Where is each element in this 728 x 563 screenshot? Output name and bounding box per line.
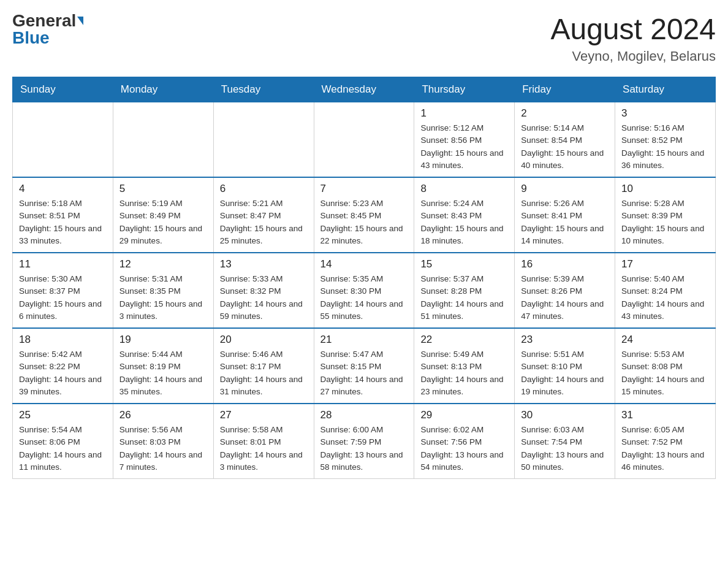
day-info: Sunrise: 5:58 AMSunset: 8:01 PMDaylight:… bbox=[220, 424, 308, 473]
table-row: 30Sunrise: 6:03 AMSunset: 7:54 PMDayligh… bbox=[515, 404, 615, 479]
table-row: 16Sunrise: 5:39 AMSunset: 8:26 PMDayligh… bbox=[515, 253, 615, 328]
table-row: 6Sunrise: 5:21 AMSunset: 8:47 PMDaylight… bbox=[213, 177, 314, 253]
day-info: Sunrise: 6:02 AMSunset: 7:56 PMDaylight:… bbox=[420, 424, 508, 473]
day-number: 29 bbox=[420, 409, 508, 421]
day-info: Sunrise: 5:47 AMSunset: 8:15 PMDaylight:… bbox=[320, 348, 408, 398]
day-info: Sunrise: 5:40 AMSunset: 8:24 PMDaylight:… bbox=[621, 273, 709, 323]
table-row: 1Sunrise: 5:12 AMSunset: 8:56 PMDaylight… bbox=[414, 102, 515, 178]
day-info: Sunrise: 5:28 AMSunset: 8:39 PMDaylight:… bbox=[621, 197, 709, 247]
day-info: Sunrise: 5:31 AMSunset: 8:35 PMDaylight:… bbox=[119, 273, 207, 323]
day-info: Sunrise: 5:44 AMSunset: 8:19 PMDaylight:… bbox=[119, 348, 207, 398]
day-info: Sunrise: 5:18 AMSunset: 8:51 PMDaylight:… bbox=[19, 197, 107, 247]
day-number: 7 bbox=[320, 183, 408, 195]
table-row: 2Sunrise: 5:14 AMSunset: 8:54 PMDaylight… bbox=[515, 102, 615, 178]
table-row: 3Sunrise: 5:16 AMSunset: 8:52 PMDaylight… bbox=[615, 102, 716, 178]
table-row: 8Sunrise: 5:24 AMSunset: 8:43 PMDaylight… bbox=[414, 177, 515, 253]
table-row: 27Sunrise: 5:58 AMSunset: 8:01 PMDayligh… bbox=[213, 404, 314, 479]
table-row: 13Sunrise: 5:33 AMSunset: 8:32 PMDayligh… bbox=[213, 253, 314, 328]
calendar-subtitle: Veyno, Mogilev, Belarus bbox=[550, 48, 716, 64]
day-number: 30 bbox=[521, 409, 609, 421]
day-info: Sunrise: 5:56 AMSunset: 8:03 PMDaylight:… bbox=[119, 424, 207, 473]
table-row bbox=[13, 102, 113, 178]
day-info: Sunrise: 5:16 AMSunset: 8:52 PMDaylight:… bbox=[621, 122, 709, 172]
table-row: 20Sunrise: 5:46 AMSunset: 8:17 PMDayligh… bbox=[213, 328, 314, 404]
day-number: 13 bbox=[220, 258, 308, 270]
day-number: 25 bbox=[19, 409, 107, 421]
table-row: 9Sunrise: 5:26 AMSunset: 8:41 PMDaylight… bbox=[515, 177, 615, 253]
day-info: Sunrise: 5:24 AMSunset: 8:43 PMDaylight:… bbox=[420, 197, 508, 247]
calendar-table: Sunday Monday Tuesday Wednesday Thursday… bbox=[12, 77, 716, 479]
table-row: 18Sunrise: 5:42 AMSunset: 8:22 PMDayligh… bbox=[13, 328, 113, 404]
day-number: 12 bbox=[119, 258, 207, 270]
day-number: 4 bbox=[19, 183, 107, 195]
header-wednesday: Wednesday bbox=[314, 77, 414, 102]
day-number: 22 bbox=[420, 334, 508, 346]
day-number: 20 bbox=[220, 334, 308, 346]
table-row: 10Sunrise: 5:28 AMSunset: 8:39 PMDayligh… bbox=[615, 177, 716, 253]
header-tuesday: Tuesday bbox=[213, 77, 314, 102]
day-number: 3 bbox=[621, 107, 709, 120]
day-info: Sunrise: 6:03 AMSunset: 7:54 PMDaylight:… bbox=[521, 424, 609, 473]
day-info: Sunrise: 5:49 AMSunset: 8:13 PMDaylight:… bbox=[420, 348, 508, 398]
day-number: 24 bbox=[621, 334, 709, 346]
day-info: Sunrise: 6:00 AMSunset: 7:59 PMDaylight:… bbox=[320, 424, 408, 473]
day-number: 31 bbox=[621, 409, 709, 421]
day-number: 26 bbox=[119, 409, 207, 421]
day-number: 15 bbox=[420, 258, 508, 270]
day-info: Sunrise: 5:33 AMSunset: 8:32 PMDaylight:… bbox=[220, 273, 308, 323]
logo-general-text: General bbox=[12, 12, 76, 29]
title-block: August 2024 Veyno, Mogilev, Belarus bbox=[550, 12, 716, 64]
day-info: Sunrise: 5:14 AMSunset: 8:54 PMDaylight:… bbox=[521, 122, 609, 172]
day-info: Sunrise: 5:12 AMSunset: 8:56 PMDaylight:… bbox=[420, 122, 508, 172]
day-info: Sunrise: 5:26 AMSunset: 8:41 PMDaylight:… bbox=[521, 197, 609, 247]
day-info: Sunrise: 5:37 AMSunset: 8:28 PMDaylight:… bbox=[420, 273, 508, 323]
table-row bbox=[314, 102, 414, 178]
day-number: 21 bbox=[320, 334, 408, 346]
table-row: 25Sunrise: 5:54 AMSunset: 8:06 PMDayligh… bbox=[13, 404, 113, 479]
day-number: 10 bbox=[621, 183, 709, 195]
day-number: 1 bbox=[420, 107, 508, 120]
day-number: 11 bbox=[19, 258, 107, 270]
table-row: 22Sunrise: 5:49 AMSunset: 8:13 PMDayligh… bbox=[414, 328, 515, 404]
table-row: 12Sunrise: 5:31 AMSunset: 8:35 PMDayligh… bbox=[113, 253, 213, 328]
day-info: Sunrise: 6:05 AMSunset: 7:52 PMDaylight:… bbox=[621, 424, 709, 473]
table-row: 14Sunrise: 5:35 AMSunset: 8:30 PMDayligh… bbox=[314, 253, 414, 328]
day-number: 19 bbox=[119, 334, 207, 346]
header-thursday: Thursday bbox=[414, 77, 515, 102]
table-row bbox=[213, 102, 314, 178]
table-row: 11Sunrise: 5:30 AMSunset: 8:37 PMDayligh… bbox=[13, 253, 113, 328]
day-number: 23 bbox=[521, 334, 609, 346]
table-row: 29Sunrise: 6:02 AMSunset: 7:56 PMDayligh… bbox=[414, 404, 515, 479]
day-info: Sunrise: 5:54 AMSunset: 8:06 PMDaylight:… bbox=[19, 424, 107, 473]
day-info: Sunrise: 5:51 AMSunset: 8:10 PMDaylight:… bbox=[521, 348, 609, 398]
table-row: 28Sunrise: 6:00 AMSunset: 7:59 PMDayligh… bbox=[314, 404, 414, 479]
table-row: 17Sunrise: 5:40 AMSunset: 8:24 PMDayligh… bbox=[615, 253, 716, 328]
calendar-header-row: Sunday Monday Tuesday Wednesday Thursday… bbox=[13, 77, 716, 102]
calendar-week-row: 4Sunrise: 5:18 AMSunset: 8:51 PMDaylight… bbox=[13, 177, 716, 253]
day-info: Sunrise: 5:30 AMSunset: 8:37 PMDaylight:… bbox=[19, 273, 107, 323]
day-info: Sunrise: 5:19 AMSunset: 8:49 PMDaylight:… bbox=[119, 197, 207, 247]
day-info: Sunrise: 5:21 AMSunset: 8:47 PMDaylight:… bbox=[220, 197, 308, 247]
page-header: General Blue August 2024 Veyno, Mogilev,… bbox=[12, 12, 716, 64]
table-row: 31Sunrise: 6:05 AMSunset: 7:52 PMDayligh… bbox=[615, 404, 716, 479]
table-row: 15Sunrise: 5:37 AMSunset: 8:28 PMDayligh… bbox=[414, 253, 515, 328]
header-friday: Friday bbox=[515, 77, 615, 102]
table-row: 4Sunrise: 5:18 AMSunset: 8:51 PMDaylight… bbox=[13, 177, 113, 253]
day-number: 18 bbox=[19, 334, 107, 346]
calendar-week-row: 11Sunrise: 5:30 AMSunset: 8:37 PMDayligh… bbox=[13, 253, 716, 328]
day-number: 9 bbox=[521, 183, 609, 195]
table-row: 26Sunrise: 5:56 AMSunset: 8:03 PMDayligh… bbox=[113, 404, 213, 479]
day-number: 5 bbox=[119, 183, 207, 195]
table-row: 24Sunrise: 5:53 AMSunset: 8:08 PMDayligh… bbox=[615, 328, 716, 404]
calendar-week-row: 25Sunrise: 5:54 AMSunset: 8:06 PMDayligh… bbox=[13, 404, 716, 479]
day-info: Sunrise: 5:23 AMSunset: 8:45 PMDaylight:… bbox=[320, 197, 408, 247]
table-row: 7Sunrise: 5:23 AMSunset: 8:45 PMDaylight… bbox=[314, 177, 414, 253]
header-monday: Monday bbox=[113, 77, 213, 102]
day-info: Sunrise: 5:46 AMSunset: 8:17 PMDaylight:… bbox=[220, 348, 308, 398]
day-number: 28 bbox=[320, 409, 408, 421]
calendar-week-row: 1Sunrise: 5:12 AMSunset: 8:56 PMDaylight… bbox=[13, 102, 716, 178]
logo: General Blue bbox=[12, 12, 83, 47]
day-number: 2 bbox=[521, 107, 609, 120]
day-info: Sunrise: 5:39 AMSunset: 8:26 PMDaylight:… bbox=[521, 273, 609, 323]
calendar-week-row: 18Sunrise: 5:42 AMSunset: 8:22 PMDayligh… bbox=[13, 328, 716, 404]
